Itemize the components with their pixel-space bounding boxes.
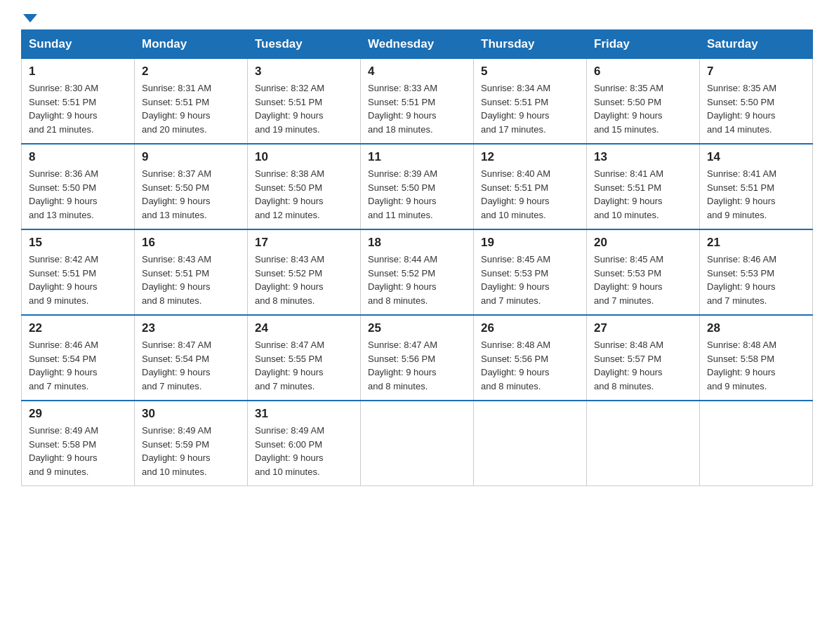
day-number: 27 [594, 321, 692, 335]
day-info: Sunrise: 8:46 AMSunset: 5:54 PMDaylight:… [29, 340, 98, 391]
day-info: Sunrise: 8:36 AMSunset: 5:50 PMDaylight:… [29, 168, 98, 220]
day-info: Sunrise: 8:34 AMSunset: 5:51 PMDaylight:… [481, 83, 550, 135]
day-number: 1 [29, 65, 127, 79]
day-info: Sunrise: 8:49 AMSunset: 6:00 PMDaylight:… [255, 425, 324, 477]
calendar-week-row: 8Sunrise: 8:36 AMSunset: 5:50 PMDaylight… [22, 144, 813, 229]
day-info: Sunrise: 8:32 AMSunset: 5:51 PMDaylight:… [255, 83, 324, 135]
calendar-cell: 1Sunrise: 8:30 AMSunset: 5:51 PMDaylight… [22, 59, 135, 145]
calendar-cell [361, 401, 474, 486]
day-header-sunday: Sunday [22, 30, 135, 59]
day-number: 6 [594, 65, 692, 79]
day-info: Sunrise: 8:35 AMSunset: 5:50 PMDaylight:… [594, 83, 663, 135]
day-number: 3 [255, 65, 353, 79]
calendar-cell: 2Sunrise: 8:31 AMSunset: 5:51 PMDaylight… [135, 59, 248, 145]
day-number: 16 [142, 236, 240, 250]
calendar-cell: 30Sunrise: 8:49 AMSunset: 5:59 PMDayligh… [135, 401, 248, 486]
day-info: Sunrise: 8:45 AMSunset: 5:53 PMDaylight:… [481, 254, 550, 306]
day-info: Sunrise: 8:49 AMSunset: 5:58 PMDaylight:… [29, 425, 98, 477]
calendar-cell: 4Sunrise: 8:33 AMSunset: 5:51 PMDaylight… [361, 59, 474, 145]
day-info: Sunrise: 8:39 AMSunset: 5:50 PMDaylight:… [368, 168, 437, 220]
day-info: Sunrise: 8:30 AMSunset: 5:51 PMDaylight:… [29, 83, 98, 135]
day-number: 4 [368, 65, 466, 79]
day-number: 21 [707, 236, 805, 250]
day-number: 11 [368, 150, 466, 164]
calendar-cell: 7Sunrise: 8:35 AMSunset: 5:50 PMDaylight… [700, 59, 813, 145]
calendar-table: SundayMondayTuesdayWednesdayThursdayFrid… [21, 29, 813, 486]
day-header-thursday: Thursday [474, 30, 587, 59]
calendar-cell: 21Sunrise: 8:46 AMSunset: 5:53 PMDayligh… [700, 229, 813, 315]
day-header-tuesday: Tuesday [248, 30, 361, 59]
day-info: Sunrise: 8:43 AMSunset: 5:52 PMDaylight:… [255, 254, 324, 306]
day-number: 30 [142, 407, 240, 421]
calendar-cell: 24Sunrise: 8:47 AMSunset: 5:55 PMDayligh… [248, 315, 361, 401]
calendar-cell [587, 401, 700, 486]
day-info: Sunrise: 8:46 AMSunset: 5:53 PMDaylight:… [707, 254, 776, 306]
calendar-cell: 18Sunrise: 8:44 AMSunset: 5:52 PMDayligh… [361, 229, 474, 315]
calendar-cell: 20Sunrise: 8:45 AMSunset: 5:53 PMDayligh… [587, 229, 700, 315]
calendar-cell: 3Sunrise: 8:32 AMSunset: 5:51 PMDaylight… [248, 59, 361, 145]
day-header-saturday: Saturday [700, 30, 813, 59]
day-number: 28 [707, 321, 805, 335]
day-number: 23 [142, 321, 240, 335]
day-info: Sunrise: 8:31 AMSunset: 5:51 PMDaylight:… [142, 83, 211, 135]
day-number: 2 [142, 65, 240, 79]
calendar-cell: 25Sunrise: 8:47 AMSunset: 5:56 PMDayligh… [361, 315, 474, 401]
day-number: 7 [707, 65, 805, 79]
calendar-cell: 29Sunrise: 8:49 AMSunset: 5:58 PMDayligh… [22, 401, 135, 486]
day-number: 14 [707, 150, 805, 164]
calendar-cell: 15Sunrise: 8:42 AMSunset: 5:51 PMDayligh… [22, 229, 135, 315]
calendar-cell: 16Sunrise: 8:43 AMSunset: 5:51 PMDayligh… [135, 229, 248, 315]
day-number: 18 [368, 236, 466, 250]
calendar-cell: 22Sunrise: 8:46 AMSunset: 5:54 PMDayligh… [22, 315, 135, 401]
calendar-week-row: 29Sunrise: 8:49 AMSunset: 5:58 PMDayligh… [22, 401, 813, 486]
day-info: Sunrise: 8:41 AMSunset: 5:51 PMDaylight:… [707, 168, 776, 220]
calendar-cell: 28Sunrise: 8:48 AMSunset: 5:58 PMDayligh… [700, 315, 813, 401]
calendar-cell: 17Sunrise: 8:43 AMSunset: 5:52 PMDayligh… [248, 229, 361, 315]
day-number: 13 [594, 150, 692, 164]
day-number: 26 [481, 321, 579, 335]
day-info: Sunrise: 8:47 AMSunset: 5:55 PMDaylight:… [255, 340, 324, 391]
day-info: Sunrise: 8:37 AMSunset: 5:50 PMDaylight:… [142, 168, 211, 220]
day-info: Sunrise: 8:38 AMSunset: 5:50 PMDaylight:… [255, 168, 324, 220]
calendar-week-row: 1Sunrise: 8:30 AMSunset: 5:51 PMDaylight… [22, 59, 813, 145]
day-number: 29 [29, 407, 127, 421]
day-number: 10 [255, 150, 353, 164]
calendar-cell: 26Sunrise: 8:48 AMSunset: 5:56 PMDayligh… [474, 315, 587, 401]
calendar-cell: 19Sunrise: 8:45 AMSunset: 5:53 PMDayligh… [474, 229, 587, 315]
day-number: 20 [594, 236, 692, 250]
day-number: 12 [481, 150, 579, 164]
day-number: 17 [255, 236, 353, 250]
day-info: Sunrise: 8:41 AMSunset: 5:51 PMDaylight:… [594, 168, 663, 220]
calendar-cell [700, 401, 813, 486]
day-info: Sunrise: 8:48 AMSunset: 5:56 PMDaylight:… [481, 340, 550, 391]
day-number: 5 [481, 65, 579, 79]
day-info: Sunrise: 8:33 AMSunset: 5:51 PMDaylight:… [368, 83, 437, 135]
day-info: Sunrise: 8:43 AMSunset: 5:51 PMDaylight:… [142, 254, 211, 306]
day-number: 31 [255, 407, 353, 421]
day-header-friday: Friday [587, 30, 700, 59]
calendar-cell: 8Sunrise: 8:36 AMSunset: 5:50 PMDaylight… [22, 144, 135, 229]
calendar-week-row: 22Sunrise: 8:46 AMSunset: 5:54 PMDayligh… [22, 315, 813, 401]
day-info: Sunrise: 8:44 AMSunset: 5:52 PMDaylight:… [368, 254, 437, 306]
day-info: Sunrise: 8:47 AMSunset: 5:56 PMDaylight:… [368, 340, 437, 391]
day-info: Sunrise: 8:49 AMSunset: 5:59 PMDaylight:… [142, 425, 211, 477]
day-number: 22 [29, 321, 127, 335]
day-number: 8 [29, 150, 127, 164]
calendar-cell: 13Sunrise: 8:41 AMSunset: 5:51 PMDayligh… [587, 144, 700, 229]
logo-arrow-icon [23, 14, 37, 22]
calendar-cell: 9Sunrise: 8:37 AMSunset: 5:50 PMDaylight… [135, 144, 248, 229]
day-number: 15 [29, 236, 127, 250]
day-header-monday: Monday [135, 30, 248, 59]
day-info: Sunrise: 8:40 AMSunset: 5:51 PMDaylight:… [481, 168, 550, 220]
day-info: Sunrise: 8:47 AMSunset: 5:54 PMDaylight:… [142, 340, 211, 391]
day-info: Sunrise: 8:35 AMSunset: 5:50 PMDaylight:… [707, 83, 776, 135]
calendar-cell [474, 401, 587, 486]
calendar-header-row: SundayMondayTuesdayWednesdayThursdayFrid… [22, 30, 813, 59]
day-info: Sunrise: 8:48 AMSunset: 5:58 PMDaylight:… [707, 340, 776, 391]
day-info: Sunrise: 8:42 AMSunset: 5:51 PMDaylight:… [29, 254, 98, 306]
day-number: 25 [368, 321, 466, 335]
day-number: 24 [255, 321, 353, 335]
calendar-cell: 6Sunrise: 8:35 AMSunset: 5:50 PMDaylight… [587, 59, 700, 145]
page-header [21, 14, 813, 22]
calendar-cell: 31Sunrise: 8:49 AMSunset: 6:00 PMDayligh… [248, 401, 361, 486]
